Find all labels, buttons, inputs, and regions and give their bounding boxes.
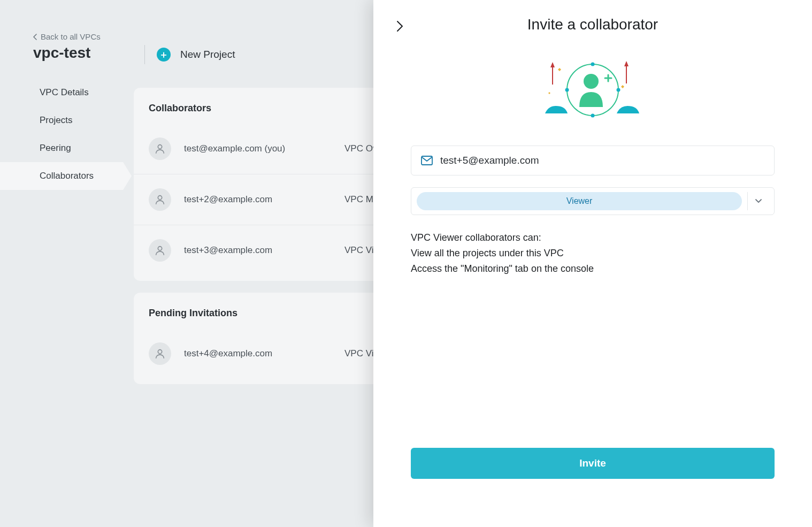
collaborator-email: test@example.com (you) (184, 143, 344, 154)
nav-item-vpc-details[interactable]: VPC Details (0, 79, 123, 106)
chevron-down-icon (755, 198, 762, 204)
svg-point-10 (617, 88, 621, 92)
svg-point-2 (158, 247, 162, 250)
panel-title: Invite a collaborator (373, 16, 812, 33)
nav-item-projects[interactable]: Projects (0, 106, 123, 134)
chevron-right-icon (396, 20, 403, 32)
sidebar-nav: VPC Details Projects Peering Collaborato… (0, 79, 123, 190)
nav-item-peering[interactable]: Peering (0, 134, 123, 162)
user-icon (149, 239, 171, 262)
mail-icon (421, 156, 433, 165)
invite-illustration (411, 39, 775, 146)
vpc-title: vpc-test (0, 44, 123, 62)
invite-button[interactable]: Invite (411, 448, 775, 479)
plus-icon: ＋ (159, 48, 168, 61)
email-input[interactable] (440, 155, 764, 166)
svg-marker-5 (624, 61, 629, 66)
svg-point-8 (591, 114, 595, 118)
user-icon (149, 342, 171, 365)
role-select[interactable]: Viewer (411, 187, 775, 215)
collaborator-email: test+3@example.com (184, 245, 344, 256)
back-to-vpcs-link[interactable]: Back to all VPCs (0, 32, 123, 41)
invite-panel: Invite a collaborator (373, 0, 812, 527)
svg-point-0 (158, 145, 162, 149)
svg-point-3 (158, 350, 162, 354)
chevron-left-icon (33, 34, 37, 40)
new-project-label: New Project (180, 49, 235, 60)
nav-item-collaborators[interactable]: Collaborators (0, 162, 123, 190)
svg-point-9 (565, 88, 569, 92)
role-description: VPC Viewer collaborators can:View all th… (411, 230, 775, 276)
new-project-button[interactable]: ＋ (157, 48, 171, 62)
collaborator-email: test+4@example.com (184, 348, 344, 359)
role-chip: Viewer (417, 192, 742, 210)
panel-close-button[interactable] (396, 20, 403, 34)
svg-point-1 (158, 196, 162, 200)
user-icon (149, 138, 171, 160)
user-icon (149, 188, 171, 211)
description-line: VPC Viewer collaborators can: (411, 230, 775, 246)
description-line: View all the projects under this VPC (411, 246, 775, 261)
back-link-label: Back to all VPCs (41, 32, 101, 41)
svg-marker-4 (550, 62, 555, 67)
svg-point-7 (591, 63, 595, 66)
svg-point-11 (584, 74, 599, 89)
email-input-box[interactable] (411, 146, 775, 175)
collaborator-email: test+2@example.com (184, 194, 344, 205)
vertical-divider (144, 45, 145, 64)
svg-point-6 (567, 64, 618, 116)
description-line: Access the "Monitoring" tab on the conso… (411, 261, 775, 277)
role-select-caret (747, 192, 769, 210)
